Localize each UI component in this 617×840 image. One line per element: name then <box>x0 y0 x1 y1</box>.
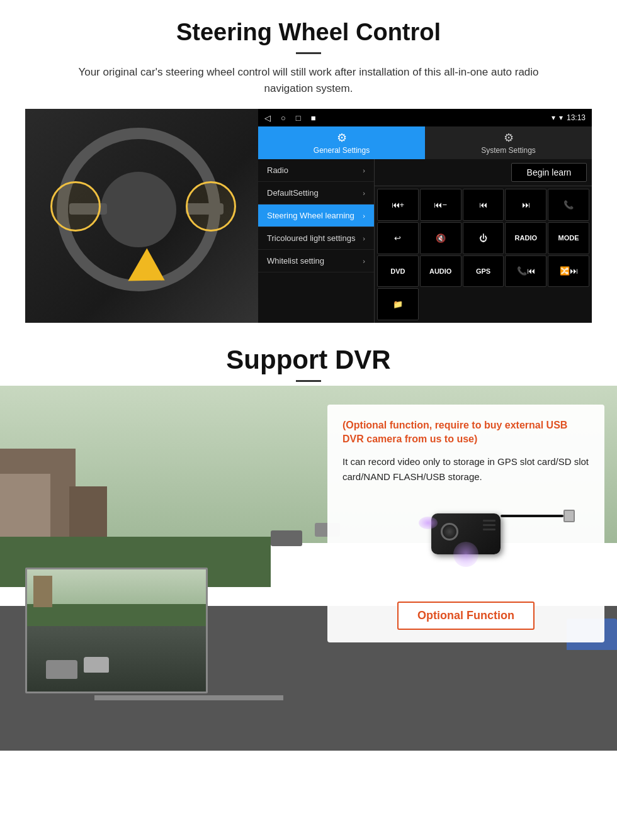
android-tabs: ⚙ General Settings ⚙ System Settings <box>258 126 592 159</box>
usb-cable <box>501 515 563 517</box>
dvr-title: Support DVR <box>0 345 617 375</box>
menu-radio-arrow: › <box>363 167 365 174</box>
highlight-left <box>50 181 101 232</box>
menu-steering-label: Steering Wheel learning <box>267 211 354 220</box>
steering-subtitle: Your original car's steering wheel contr… <box>63 64 554 96</box>
wheel-center <box>101 172 176 247</box>
optional-function-container: Optional Function <box>342 602 589 630</box>
page-title: Steering Wheel Control <box>25 19 592 46</box>
menu-item-whitelist[interactable]: Whitelist setting › <box>258 250 374 272</box>
signal-icon: ▾ <box>552 113 555 122</box>
ctrl-mute[interactable]: 🔇 <box>420 222 461 254</box>
menu-steering-arrow: › <box>363 212 365 220</box>
back-icon: ↩ <box>394 233 401 243</box>
menu-item-default[interactable]: DefaultSetting › <box>258 182 374 204</box>
dvr-title-area: Support DVR <box>0 345 617 382</box>
camera-illustration <box>431 501 501 557</box>
ctrl-prev[interactable]: ⏮ <box>463 189 504 221</box>
ctrl-phone[interactable]: 📞 <box>548 189 589 221</box>
highlight-right <box>186 181 236 232</box>
usb-plug <box>563 510 575 522</box>
android-nav-buttons: ◁ ○ □ ■ <box>264 113 316 123</box>
folder-icon: 📁 <box>393 300 403 309</box>
android-menu: Radio › DefaultSetting › Steering Wheel … <box>258 159 375 323</box>
ctrl-back[interactable]: ↩ <box>377 222 419 254</box>
dvr-thumbnail <box>25 568 208 693</box>
ctrl-mode[interactable]: MODE <box>548 222 589 254</box>
prev-icon: ⏮ <box>479 200 487 210</box>
wifi-icon: ▾ <box>559 113 563 122</box>
menu-whitelist-arrow: › <box>363 257 365 265</box>
ctrl-shuffle[interactable]: 🔀⏭ <box>548 255 589 288</box>
android-right-panel: Begin learn ⏮+ ⏮− ⏮ ⏭ 📞 ↩ 🔇 ⏻ RADIO <box>375 159 592 323</box>
thumb-building <box>33 576 52 607</box>
menu-default-arrow: › <box>363 189 365 197</box>
control-grid: ⏮+ ⏮− ⏮ ⏭ 📞 ↩ 🔇 ⏻ RADIO MODE DVD AUDIO <box>375 186 592 323</box>
mute-icon: 🔇 <box>436 233 446 243</box>
system-settings-icon: ⚙ <box>504 131 514 145</box>
menu-item-steering[interactable]: Steering Wheel learning › <box>258 204 374 227</box>
title-divider <box>296 52 321 54</box>
menu-item-radio[interactable]: Radio › <box>258 159 374 182</box>
camera-lens <box>441 523 458 540</box>
thumb-trees <box>27 601 206 626</box>
ctrl-folder[interactable]: 📁 <box>377 288 419 320</box>
nav-menu-icon[interactable]: ■ <box>311 113 316 123</box>
steering-wheel-visual <box>38 121 246 310</box>
radio-label: RADIO <box>515 234 537 242</box>
menu-whitelist-label: Whitelist setting <box>267 256 324 266</box>
next-icon: ⏭ <box>522 200 530 210</box>
ctrl-dvd[interactable]: DVD <box>377 255 419 288</box>
steering-demo: ◁ ○ □ ■ ▾ ▾ 13:13 ⚙ General Settings <box>25 109 592 323</box>
menu-radio-label: Radio <box>267 165 288 175</box>
dvr-divider <box>296 380 321 382</box>
camera-product-area <box>342 495 589 595</box>
camera-glow <box>453 542 478 567</box>
gps-label: GPS <box>476 267 490 275</box>
tab-general-label: General Settings <box>314 146 370 155</box>
dvr-optional-text: (Optional function, require to buy exter… <box>342 418 589 447</box>
tab-system-settings[interactable]: ⚙ System Settings <box>425 126 592 159</box>
ctrl-vol-down[interactable]: ⏮− <box>420 189 461 221</box>
steering-image <box>25 109 258 323</box>
dvr-section: Support DVR (Optional function, require … <box>0 323 617 751</box>
phone-icon: 📞 <box>563 200 574 210</box>
thumb-sky <box>27 569 206 604</box>
dvd-label: DVD <box>390 267 405 275</box>
nav-recent-icon[interactable]: □ <box>296 113 301 123</box>
ctrl-audio[interactable]: AUDIO <box>420 255 461 288</box>
general-settings-icon: ⚙ <box>337 131 347 145</box>
tab-system-label: System Settings <box>481 146 536 155</box>
vol-up-icon: ⏮+ <box>392 200 405 210</box>
power-icon: ⏻ <box>479 233 487 243</box>
dvr-desc-text: It can record video only to storage in G… <box>342 454 589 484</box>
android-statusbar: ◁ ○ □ ■ ▾ ▾ 13:13 <box>258 109 592 126</box>
begin-learn-button[interactable]: Begin learn <box>511 163 587 182</box>
tab-general-settings[interactable]: ⚙ General Settings <box>258 126 425 159</box>
ctrl-next[interactable]: ⏭ <box>505 189 546 221</box>
thumb-car-2 <box>84 657 109 673</box>
phone2-icon: 📞⏮ <box>517 266 535 276</box>
vent-3 <box>483 529 495 530</box>
ctrl-gps[interactable]: GPS <box>463 255 504 288</box>
menu-tricoloured-arrow: › <box>363 235 365 242</box>
thumb-car-1 <box>46 660 77 679</box>
android-status-right: ▾ ▾ 13:13 <box>552 113 586 122</box>
camera-body <box>431 513 501 554</box>
menu-default-label: DefaultSetting <box>267 188 319 198</box>
vent-1 <box>483 520 495 522</box>
menu-item-tricoloured[interactable]: Tricoloured light settings › <box>258 227 374 250</box>
mode-label: MODE <box>558 234 579 242</box>
optional-function-button[interactable]: Optional Function <box>397 602 535 630</box>
nav-back-icon[interactable]: ◁ <box>264 113 271 123</box>
light-beam <box>419 517 438 529</box>
ctrl-power[interactable]: ⏻ <box>463 222 504 254</box>
ctrl-radio[interactable]: RADIO <box>505 222 546 254</box>
ctrl-phone2[interactable]: 📞⏮ <box>505 255 546 288</box>
shuffle-icon: 🔀⏭ <box>560 266 578 276</box>
clock-display: 13:13 <box>567 113 586 122</box>
nav-home-icon[interactable]: ○ <box>281 113 286 123</box>
vent-2 <box>483 524 495 526</box>
ctrl-vol-up[interactable]: ⏮+ <box>377 189 419 221</box>
dvr-content: Support DVR (Optional function, require … <box>0 323 617 731</box>
